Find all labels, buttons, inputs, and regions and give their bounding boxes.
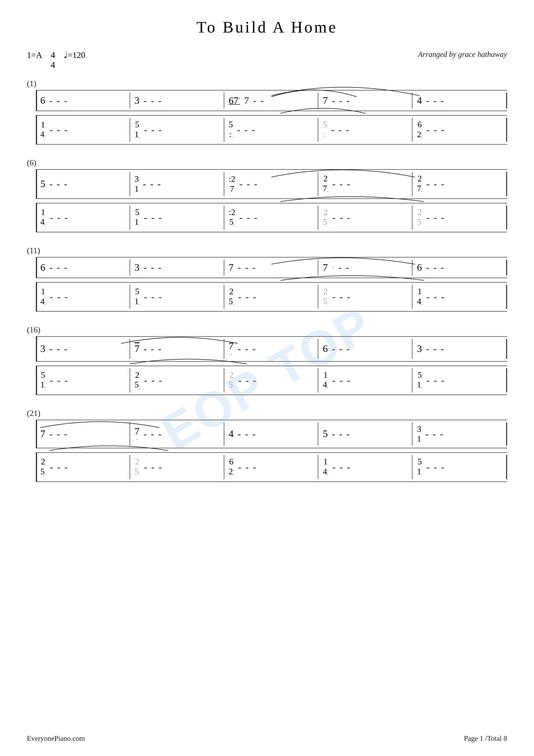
dash: - — [340, 291, 343, 303]
dash: - — [441, 178, 445, 190]
note: :· — [323, 129, 327, 140]
measure-content: 5 1· - - - — [417, 457, 502, 477]
chord: 5 1· — [417, 370, 422, 391]
note: 5: — [229, 380, 234, 391]
system-number-5: (21) — [27, 409, 507, 418]
measure-content: 67· 7 - - — [229, 95, 314, 106]
dash: - — [151, 124, 155, 136]
measure-content: 3 - - - — [135, 262, 219, 273]
staff-pair-3: 6 - - - 3 - - - — [27, 257, 507, 311]
dash: - — [441, 375, 445, 386]
note: 5 — [418, 370, 422, 380]
measures-treble-5: 7 - - - 7· - - - — [36, 422, 507, 446]
note: 4· — [323, 467, 328, 477]
measure-content: 6 - - - — [40, 262, 125, 273]
dash: - — [151, 95, 154, 106]
arranger: Arranged by grace hathaway — [418, 50, 507, 59]
dash: - — [252, 262, 256, 273]
dash: - — [434, 291, 437, 303]
measure-13-treble: 7 - - - — [224, 260, 318, 275]
note: 4· — [417, 297, 422, 307]
measure-content: 1 4· - - - — [40, 120, 125, 140]
dash: - — [346, 343, 350, 355]
chord: 2 5· — [417, 207, 422, 228]
measure-17-treble: 7 - - - — [130, 339, 224, 359]
dash: - — [441, 95, 444, 106]
dash: - — [57, 178, 60, 190]
dash: - — [158, 262, 162, 273]
measure-content: 2 5· - - - — [323, 207, 408, 228]
system-number-3: (11) — [27, 246, 507, 255]
dash: - — [239, 178, 243, 190]
dash: - — [247, 212, 250, 223]
measure-content: :2 7 - - - — [229, 174, 314, 194]
measure-25-treble: 3 1 - - - — [413, 422, 507, 446]
chord: 5 1· — [40, 370, 46, 391]
measure-content: 2 5· - - - — [135, 457, 219, 477]
dash: - — [340, 178, 343, 190]
dash: - — [425, 428, 429, 440]
measure-content: :2 5: - - - — [229, 207, 314, 228]
dash: - — [238, 262, 241, 273]
dash: - — [347, 375, 350, 386]
measure-content: 7· - - - — [229, 341, 314, 357]
measures-bass-2: 1 4· - - - 5 1· — [36, 205, 507, 230]
measure-content: 1 4· - - - — [323, 457, 408, 477]
measure-content: 5 :· - - - — [323, 120, 408, 140]
dash: - — [57, 428, 60, 440]
dash: - — [338, 262, 342, 273]
note: 2 — [135, 457, 139, 467]
note: 1· — [135, 297, 140, 307]
measure-content: 3 - - - — [417, 343, 502, 355]
dash: - — [143, 262, 147, 273]
dash: - — [426, 291, 430, 303]
measure-content: 5 1· - - - — [135, 120, 219, 140]
measures-treble-2: 5 - - - 3 1 - - — [36, 172, 507, 196]
measure-content: 2 5· - - - — [40, 457, 125, 477]
chord: 5 :· — [229, 120, 233, 140]
note: 1· — [135, 129, 140, 140]
note: 1 — [323, 457, 328, 467]
dash: - — [144, 291, 147, 303]
dash: - — [433, 262, 437, 273]
note: 2 — [229, 370, 234, 380]
dash: - — [426, 462, 430, 473]
note: 5: — [229, 217, 235, 228]
note: 4· — [40, 297, 46, 307]
note: 6 — [418, 120, 422, 129]
treble-staff-3: 6 - - - 3 - - - — [36, 257, 507, 278]
chord: 5 :· — [323, 120, 327, 140]
note: 2 — [323, 207, 328, 217]
chord: 1 4· — [40, 207, 46, 228]
dash: - — [433, 428, 436, 440]
measure-7-treble: 3 1 - - - — [130, 172, 224, 196]
note: 1 — [41, 207, 45, 217]
note: 5· — [40, 467, 46, 477]
note: 2 — [135, 370, 140, 380]
note: 1 — [418, 287, 422, 297]
dash: - — [340, 212, 343, 223]
dash: - — [237, 124, 241, 136]
note: 2· — [229, 467, 234, 477]
measure-25-bass: 5 1· - - - — [413, 455, 507, 479]
dash: - — [57, 262, 60, 273]
note: 5· — [135, 467, 140, 477]
measure-content: 5 - - - — [40, 178, 125, 190]
dash: - — [49, 262, 53, 273]
note: 3 — [135, 262, 140, 273]
dash: - — [57, 375, 61, 386]
chord: 5 1· — [417, 457, 422, 477]
dash: - — [64, 95, 67, 106]
page-title: To Build A Home — [27, 18, 507, 37]
dash: - — [238, 375, 242, 386]
chord: 1 4· — [40, 120, 45, 140]
dash: - — [143, 343, 147, 355]
note: 7 — [135, 343, 140, 354]
dash: - — [50, 375, 53, 386]
dash: - — [50, 462, 53, 473]
measures-treble-1: 6 - - - 3 - - - — [36, 93, 507, 108]
measure-content: 5 1· - - - — [40, 370, 125, 391]
note: 5 — [323, 428, 328, 439]
dash: - — [347, 291, 350, 303]
measure-9-treble: 2 7· - - - — [318, 172, 413, 196]
